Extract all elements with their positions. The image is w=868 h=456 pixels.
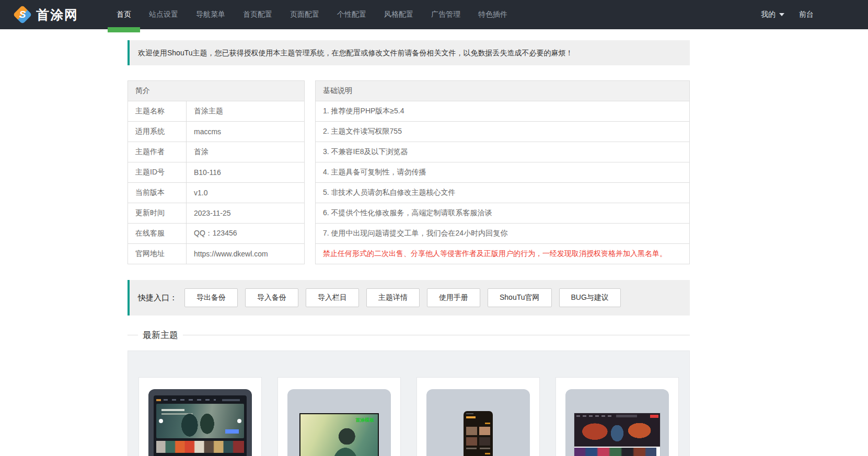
theme-card-2[interactable]: 首涂模板 [277,377,401,456]
my-dropdown[interactable]: 我的 [761,10,784,19]
table-row: 官网地址https://www.dkewl.com [128,244,305,264]
note-item: 6. 不提供个性化修改服务，高端定制请联系客服洽谈 [316,203,690,224]
nav-item-ad-manage[interactable]: 广告管理 [422,0,469,29]
my-dropdown-label: 我的 [761,10,776,19]
welcome-alert: 欢迎使用ShouTu主题，您已获得授权使用本主题管理系统，在您配置或修改文件前请… [128,40,690,65]
nav-item-personal-config[interactable]: 个性配置 [328,0,375,29]
quick-entry-panel: 快捷入口： 导出备份 导入备份 导入栏目 主题详情 使用手册 ShouTu官网 … [128,280,690,315]
export-backup-button[interactable]: 导出备份 [184,288,238,307]
shoutu-site-button[interactable]: ShouTu官网 [488,288,552,307]
import-category-button[interactable]: 导入栏目 [306,288,359,307]
intro-label: 更新时间 [128,203,187,224]
note-item: 7. 使用中出现问题请提交工单，我们会在24小时内回复你 [316,224,690,244]
table-row: 在线客服QQ：123456 [128,224,305,244]
intro-label: 主题作者 [128,142,187,162]
table-row: 主题ID号B10-116 [128,162,305,183]
intro-label: 在线客服 [128,224,187,244]
intro-value: maccms [187,122,305,142]
intro-value: QQ：123456 [187,224,305,244]
intro-value: 首涂主题 [187,101,305,122]
title-divider-right [183,335,690,335]
top-navbar: S 首涂网 首页 站点设置 导航菜单 首页配置 页面配置 个性配置 风格配置 广… [0,0,868,29]
table-row: 2. 主题文件读写权限755 [316,122,690,142]
quick-entry-label: 快捷入口： [138,293,177,303]
table-row: 主题作者首涂 [128,142,305,162]
front-site-link[interactable]: 前台 [799,10,814,19]
note-item: 3. 不兼容IE8及以下浏览器 [316,142,690,162]
title-divider-left [128,335,138,335]
latest-themes-panel: 首涂模板 [128,350,690,456]
table-row: 6. 不提供个性化修改服务，高端定制请联系客服洽谈 [316,203,690,224]
intro-label: 适用系统 [128,122,187,142]
nav-item-plugins[interactable]: 特色插件 [469,0,516,29]
table-row: 1. 推荐使用PHP版本≥5.4 [316,101,690,122]
logo-text: 首涂网 [36,6,78,24]
table-row: 更新时间2023-11-25 [128,203,305,224]
nav-item-page-config[interactable]: 页面配置 [281,0,328,29]
theme-card-4[interactable] [555,377,679,456]
note-item: 2. 主题文件读写权限755 [316,122,690,142]
theme-card-1[interactable] [138,377,262,456]
table-row: 当前版本v1.0 [128,183,305,203]
intro-label: 当前版本 [128,183,187,203]
theme-preview-mobile [426,389,530,456]
note-item: 1. 推荐使用PHP版本≥5.4 [316,101,690,122]
navbar-right: 我的 前台 [761,10,814,19]
nav-item-site-settings[interactable]: 站点设置 [140,0,187,29]
table-row: 7. 使用中出现问题请提交工单，我们会在24小时内回复你 [316,224,690,244]
latest-themes-title: 最新主题 [128,328,690,342]
main-menu: 首页 站点设置 导航菜单 首页配置 页面配置 个性配置 风格配置 广告管理 特色… [108,0,516,29]
table-row: 3. 不兼容IE8及以下浏览器 [316,142,690,162]
intro-table-header: 简介 [128,81,305,101]
intro-label: 官网地址 [128,244,187,264]
nav-item-home-config[interactable]: 首页配置 [234,0,281,29]
table-row: 禁止任何形式的二次出售、分享他人等侵害作者及正版用户的行为，一经发现取消授权资格… [316,244,690,264]
nav-item-home[interactable]: 首页 [108,0,140,29]
notes-table: 基础说明 1. 推荐使用PHP版本≥5.4 2. 主题文件读写权限755 3. … [315,80,690,264]
note-item: 5. 非技术人员请勿私自修改主题核心文件 [316,183,690,203]
theme-detail-button[interactable]: 主题详情 [366,288,420,307]
theme-preview-dark-desktop [148,389,252,456]
intro-table: 简介 主题名称首涂主题 适用系统maccms 主题作者首涂 主题ID号B10-1… [128,80,305,264]
intro-value: v1.0 [187,183,305,203]
welcome-alert-text: 欢迎使用ShouTu主题，您已获得授权使用本主题管理系统，在您配置或修改文件前请… [138,49,573,57]
table-header-row: 基础说明 [316,81,690,101]
table-row: 4. 主题具备可复制性，请勿传播 [316,162,690,183]
license-warning: 禁止任何形式的二次出售、分享他人等侵害作者及正版用户的行为，一经发现取消授权资格… [316,244,690,264]
import-backup-button[interactable]: 导入备份 [245,288,298,307]
intro-value: 首涂 [187,142,305,162]
nav-item-style-config[interactable]: 风格配置 [375,0,422,29]
table-header-row: 简介 [128,81,305,101]
nav-item-nav-menu[interactable]: 导航菜单 [187,0,234,29]
info-tables: 简介 主题名称首涂主题 适用系统maccms 主题作者首涂 主题ID号B10-1… [128,80,690,264]
intro-label: 主题ID号 [128,162,187,183]
table-row: 5. 非技术人员请勿私自修改主题核心文件 [316,183,690,203]
logo-icon: S [13,5,32,25]
intro-value: https://www.dkewl.com [187,244,305,264]
theme-card-3[interactable] [416,377,540,456]
bug-feedback-button[interactable]: BUG与建议 [559,288,621,307]
user-manual-button[interactable]: 使用手册 [427,288,480,307]
table-row: 适用系统maccms [128,122,305,142]
logo[interactable]: S 首涂网 [16,6,78,24]
main-content: 欢迎使用ShouTu主题，您已获得授权使用本主题管理系统，在您配置或修改文件前请… [128,40,690,456]
preview-watermark: 首涂模板 [355,417,374,424]
page-title: 最新主题 [138,329,183,341]
note-item: 4. 主题具备可复制性，请勿传播 [316,162,690,183]
intro-value: 2023-11-25 [187,203,305,224]
theme-preview-video-player: 首涂模板 [287,389,391,456]
intro-label: 主题名称 [128,101,187,122]
theme-preview-light-desktop [565,389,669,456]
intro-value: B10-116 [187,162,305,183]
chevron-down-icon [779,13,784,16]
notes-table-header: 基础说明 [316,81,690,101]
table-row: 主题名称首涂主题 [128,101,305,122]
